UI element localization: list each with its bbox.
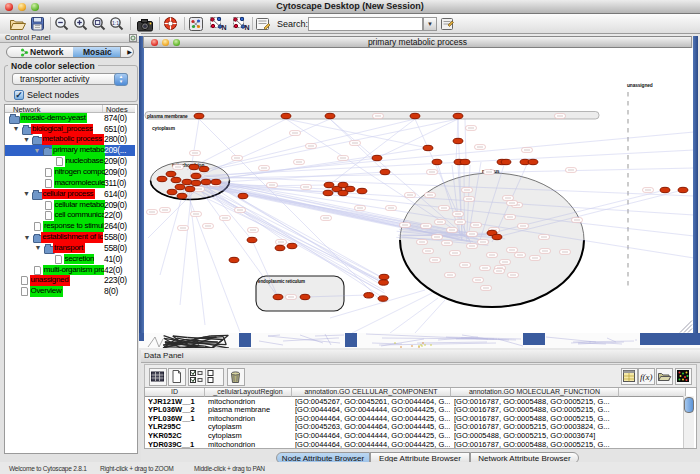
svg-text:plasma membrane: plasma membrane (147, 114, 188, 119)
svg-text:1:1: 1:1 (112, 20, 119, 26)
svg-text:f(x): f(x) (640, 372, 653, 382)
svg-text:N: N (222, 24, 227, 31)
svg-text:unassigned: unassigned (627, 83, 653, 88)
svg-text:N: N (245, 24, 250, 31)
svg-text:cytoplasm: cytoplasm (152, 126, 175, 131)
svg-text:endoplasmic reticulum: endoplasmic reticulum (258, 279, 305, 284)
